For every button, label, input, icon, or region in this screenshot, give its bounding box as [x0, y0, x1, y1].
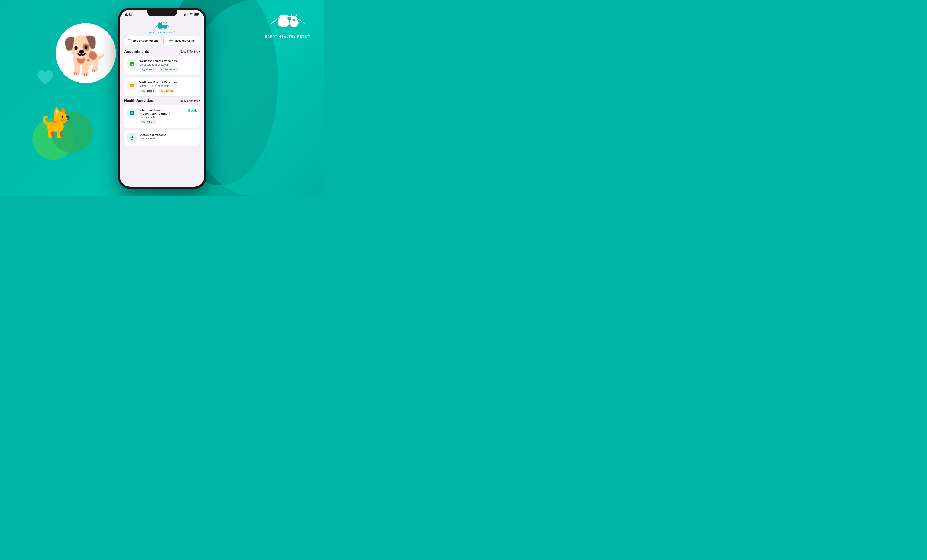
appointment-badges-1: 🐾 Roland ✓ Confirmed — [140, 67, 197, 72]
health-due-1: Due in March — [140, 116, 185, 118]
status-time: 9:41 — [125, 12, 132, 17]
wifi-icon — [189, 13, 193, 16]
svg-rect-32 — [131, 137, 134, 138]
paw-icon-1: 🐾 — [142, 68, 145, 71]
dog-circle: 🐕 — [56, 23, 116, 83]
paw-icon-2: 🐾 — [142, 90, 145, 93]
svg-point-16 — [158, 23, 160, 25]
appointment-body-2: Wellness Exam / Vaccines March 18, 2023 … — [140, 80, 197, 93]
action-buttons: 📅 Book Appointment ➕ Message Clinic — [124, 36, 200, 46]
health-body-1: Intestinal Parasite Prevention/Treatment… — [140, 108, 185, 124]
dog-image: 🐕 — [62, 37, 109, 74]
health-badges-1: 🐾 Roland — [140, 120, 185, 124]
svg-rect-9 — [185, 14, 186, 15]
svg-marker-7 — [295, 14, 297, 17]
appointment-title-2: Wellness Exam / Vaccines — [140, 80, 197, 84]
message-clinic-label: Message Clinic — [175, 39, 195, 42]
appointment-badges-2: 🐾 Roland ⚠ Confirm — [140, 89, 197, 93]
health-filter[interactable]: Next 6 Months ▾ — [180, 99, 200, 102]
warning-icon-2: ⚠ — [161, 90, 163, 93]
appointments-filter[interactable]: Next 6 Months ▾ — [180, 50, 200, 53]
svg-point-3 — [284, 14, 287, 18]
health-pet-1: 🐾 Roland — [140, 120, 157, 124]
appointment-icon-1 — [128, 59, 137, 68]
appointment-date-1: March 18, 2023 at 1:00pm — [140, 63, 197, 66]
appointments-title: Appointments — [124, 50, 149, 54]
confirm-badge-2[interactable]: ⚠ Confirm — [158, 89, 176, 93]
health-body-2: Distemper Vaccine Due in March — [140, 133, 197, 141]
appointments-header: Appointments Next 6 Months ▾ — [124, 50, 200, 54]
svg-rect-10 — [187, 13, 187, 15]
message-clinic-button[interactable]: ➕ Message Clinic — [163, 36, 200, 46]
svg-rect-28 — [131, 112, 133, 112]
appointment-icon-2 — [128, 80, 137, 90]
appointments-filter-label: Next 6 Months — [180, 50, 198, 53]
cat-image: 🐈 — [40, 106, 74, 139]
health-activities-title: Health Activities — [124, 99, 153, 103]
svg-rect-13 — [195, 13, 198, 15]
confirmed-badge-1: ✓ Confirmed — [158, 67, 179, 72]
app-content: HAPPY HEALTHY PETS™ 📅 Book Appointment ➕… — [120, 17, 204, 183]
brand-name: HAPPY HEALTHY PETS™ — [265, 35, 310, 38]
phone-outer: 9:41 — [118, 8, 206, 188]
check-icon-1: ✓ — [161, 68, 163, 71]
phone-wrapper: 9:41 — [118, 8, 206, 188]
svg-rect-25 — [130, 83, 134, 85]
health-filter-label: Next 6 Months — [180, 99, 198, 102]
health-title-1: Intestinal Parasite Prevention/Treatment — [140, 108, 185, 115]
health-due-2: Due in March — [140, 137, 197, 140]
svg-point-17 — [161, 23, 163, 25]
appointment-body-1: Wellness Exam / Vaccines March 18, 2023 … — [140, 59, 197, 72]
svg-point-2 — [280, 14, 283, 18]
health-icon-2 — [128, 133, 137, 143]
appointment-date-2: March 18, 2023 at 1:00pm — [140, 85, 197, 87]
svg-marker-6 — [291, 14, 293, 17]
pet-badge-1: 🐾 Roland — [140, 67, 157, 72]
svg-rect-30 — [131, 113, 132, 114]
battery-icon — [194, 13, 199, 16]
appointments-chevron-icon: ▾ — [199, 50, 200, 53]
health-title-2: Distemper Vaccine — [140, 133, 197, 137]
app-logo-text: HAPPY HEALTHY PETS™ — [149, 31, 176, 33]
book-appointment-label: Book Appointment — [133, 39, 158, 42]
health-activities-header: Health Activities Next 6 Months ▾ — [124, 99, 200, 103]
svg-point-33 — [131, 139, 133, 140]
message-icon: ➕ — [169, 39, 173, 42]
paw-icon-3: 🐾 — [142, 121, 145, 124]
cat-background: 🐈 — [32, 111, 97, 171]
health-card-1: Intestinal Parasite Prevention/Treatment… — [124, 105, 200, 127]
phone-screen: 9:41 — [120, 10, 204, 187]
book-appointment-button[interactable]: 📅 Book Appointment — [124, 36, 161, 46]
heart-decoration — [36, 70, 55, 86]
phone-notch — [147, 10, 177, 16]
book-button-1[interactable]: Book — [188, 108, 197, 112]
health-chevron-icon: ▾ — [199, 99, 200, 102]
app-logo: HAPPY HEALTHY PETS™ — [124, 17, 200, 36]
svg-rect-11 — [188, 13, 188, 15]
signal-icon — [184, 13, 188, 16]
svg-rect-23 — [130, 62, 134, 64]
health-card-2: Distemper Vaccine Due in March — [124, 130, 200, 146]
pet-badge-2: 🐾 Roland — [140, 89, 157, 93]
appointment-card-1: Wellness Exam / Vaccines March 18, 2023 … — [124, 56, 200, 75]
status-icons — [184, 13, 199, 16]
svg-rect-27 — [130, 111, 134, 115]
calendar-icon: 📅 — [128, 39, 131, 42]
brand-logo: HAPPY HEALTHY PETS™ — [265, 7, 310, 38]
svg-rect-29 — [131, 112, 133, 113]
health-icon-1 — [128, 108, 137, 118]
svg-marker-21 — [166, 22, 167, 24]
svg-rect-8 — [184, 14, 185, 15]
appointment-title-1: Wellness Exam / Vaccines — [140, 59, 197, 63]
cat-container: 🐈 — [32, 111, 97, 171]
svg-point-26 — [132, 87, 132, 87]
svg-marker-20 — [163, 22, 164, 24]
appointment-card-2: Wellness Exam / Vaccines March 18, 2023 … — [124, 77, 200, 96]
